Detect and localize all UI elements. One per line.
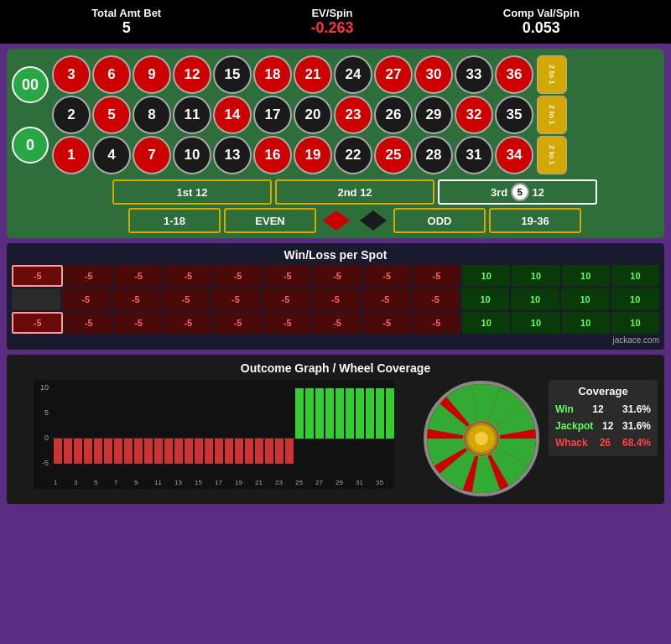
num-30[interactable]: 30 xyxy=(414,55,453,94)
wl-cell[interactable]: -5 xyxy=(313,312,361,334)
num-36[interactable]: 36 xyxy=(495,55,533,94)
num-13[interactable]: 13 xyxy=(213,136,252,174)
num-8[interactable]: 8 xyxy=(133,96,171,134)
svg-rect-13 xyxy=(104,439,112,464)
num-27[interactable]: 27 xyxy=(374,55,413,94)
num-1[interactable]: 1 xyxy=(52,136,91,174)
num-28[interactable]: 28 xyxy=(414,136,453,174)
even-money-row: 1-18 EVEN ODD 19-36 xyxy=(12,208,659,233)
wl-cell[interactable]: -5 xyxy=(164,265,212,287)
second-dozen-button[interactable]: 2nd 12 xyxy=(275,179,434,205)
two-to-one-mid[interactable]: 2 to 1 xyxy=(537,96,567,134)
wl-cell[interactable]: -5 xyxy=(211,288,260,310)
num-26[interactable]: 26 xyxy=(374,96,413,134)
wl-cell[interactable]: -5 xyxy=(112,288,160,310)
odd-button[interactable]: ODD xyxy=(393,208,486,233)
wl-cell[interactable]: 10 xyxy=(511,288,559,310)
num-23[interactable]: 23 xyxy=(334,96,372,134)
black-diamond[interactable] xyxy=(356,208,390,233)
wl-cell[interactable]: 10 xyxy=(562,312,610,334)
num-16[interactable]: 16 xyxy=(253,136,292,174)
first-dozen-button[interactable]: 1st 12 xyxy=(112,179,272,205)
wl-cell[interactable]: -5 xyxy=(12,265,63,287)
wl-cell[interactable]: 10 xyxy=(512,265,559,287)
two-to-one-bot[interactable]: 2 to 1 xyxy=(537,136,567,174)
wl-cell[interactable]: -5 xyxy=(114,312,162,334)
wl-cell[interactable]: -5 xyxy=(362,288,410,310)
num-21[interactable]: 21 xyxy=(294,55,332,94)
num-9[interactable]: 9 xyxy=(133,55,171,94)
num-17[interactable]: 17 xyxy=(253,96,292,134)
wl-cell[interactable]: -5 xyxy=(262,288,310,310)
wl-cell[interactable]: 10 xyxy=(462,312,510,334)
red-diamond[interactable] xyxy=(320,208,353,233)
third-dozen-button[interactable]: 3rd 5 12 xyxy=(438,179,597,205)
wl-cell[interactable]: -5 xyxy=(363,265,411,287)
num-7[interactable]: 7 xyxy=(133,136,171,174)
svg-text:7: 7 xyxy=(114,479,118,486)
wl-cell[interactable]: -5 xyxy=(162,288,211,310)
num-20[interactable]: 20 xyxy=(294,96,332,134)
num-31[interactable]: 31 xyxy=(455,136,493,174)
wl-cell[interactable]: -5 xyxy=(12,312,63,334)
num-3[interactable]: 3 xyxy=(52,55,91,94)
num-4[interactable]: 4 xyxy=(92,136,131,174)
num-5[interactable]: 5 xyxy=(92,96,131,134)
wl-cell[interactable]: 10 xyxy=(611,265,659,287)
wl-cell[interactable]: -5 xyxy=(363,312,411,334)
num-2[interactable]: 2 xyxy=(52,96,91,134)
wl-cell[interactable]: -5 xyxy=(263,265,311,287)
double-zero[interactable]: 00 xyxy=(12,66,49,103)
wl-cell[interactable]: -5 xyxy=(311,288,360,310)
wl-cell[interactable] xyxy=(12,288,60,310)
one-to-eighteen-button[interactable]: 1-18 xyxy=(128,208,221,233)
two-to-one-top[interactable]: 2 to 1 xyxy=(537,55,567,94)
svg-rect-26 xyxy=(235,439,243,464)
wl-cell[interactable]: -5 xyxy=(114,265,162,287)
num-22[interactable]: 22 xyxy=(334,136,372,174)
svg-text:10: 10 xyxy=(40,383,49,392)
svg-rect-34 xyxy=(315,388,324,439)
wl-cell[interactable]: -5 xyxy=(65,265,112,287)
single-zero[interactable]: 0 xyxy=(12,127,49,164)
coverage-title: Coverage xyxy=(554,385,653,397)
num-25[interactable]: 25 xyxy=(374,136,413,174)
num-19[interactable]: 19 xyxy=(294,136,332,174)
svg-rect-30 xyxy=(275,439,283,464)
num-14[interactable]: 14 xyxy=(213,96,252,134)
wl-cell[interactable]: -5 xyxy=(214,265,262,287)
wl-cell[interactable]: -5 xyxy=(413,312,460,334)
num-24[interactable]: 24 xyxy=(334,55,372,94)
wl-cell[interactable]: -5 xyxy=(263,312,311,334)
wl-cell[interactable]: -5 xyxy=(62,288,111,310)
num-34[interactable]: 34 xyxy=(495,136,533,174)
num-35[interactable]: 35 xyxy=(495,96,533,134)
num-12[interactable]: 12 xyxy=(173,55,211,94)
wl-cell[interactable]: 10 xyxy=(611,312,659,334)
wl-cell[interactable]: 10 xyxy=(461,288,510,310)
wl-cell[interactable]: 10 xyxy=(462,265,510,287)
num-32[interactable]: 32 xyxy=(455,96,493,134)
num-11[interactable]: 11 xyxy=(173,96,211,134)
num-29[interactable]: 29 xyxy=(414,96,453,134)
wl-cell[interactable]: 10 xyxy=(512,312,559,334)
nineteen-to-36-button[interactable]: 19-36 xyxy=(489,208,581,233)
num-6[interactable]: 6 xyxy=(92,55,131,94)
num-10[interactable]: 10 xyxy=(173,136,211,174)
num-15[interactable]: 15 xyxy=(213,55,252,94)
even-button[interactable]: EVEN xyxy=(224,208,316,233)
wl-cell[interactable]: -5 xyxy=(313,265,361,287)
svg-rect-28 xyxy=(255,439,263,464)
wl-cell[interactable]: -5 xyxy=(411,288,460,310)
wl-cell[interactable]: 10 xyxy=(611,288,659,310)
wl-cell[interactable]: -5 xyxy=(65,312,112,334)
wl-cell[interactable]: -5 xyxy=(413,265,460,287)
wl-cell[interactable]: -5 xyxy=(214,312,262,334)
wl-cell[interactable]: 10 xyxy=(561,288,610,310)
num-33[interactable]: 33 xyxy=(455,55,493,94)
svg-rect-27 xyxy=(245,439,253,464)
winloss-title: Win/Loss per Spot xyxy=(12,248,659,262)
wl-cell[interactable]: -5 xyxy=(164,312,212,334)
num-18[interactable]: 18 xyxy=(253,55,292,94)
wl-cell[interactable]: 10 xyxy=(562,265,610,287)
